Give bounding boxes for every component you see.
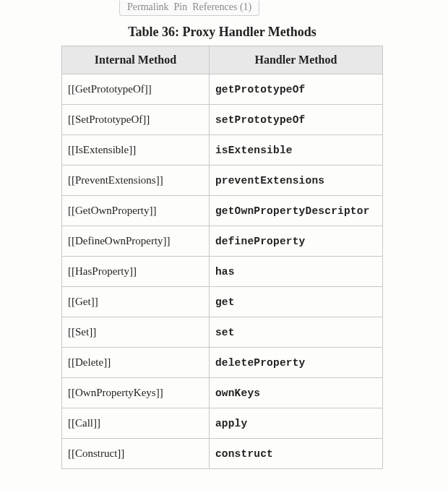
internal-method-cell: [[DefineOwnProperty]] — [62, 226, 210, 257]
table-row: [[Get]]get — [62, 287, 383, 317]
internal-method-cell: [[Delete]] — [62, 348, 210, 378]
table-row: [[Call]]apply — [62, 408, 383, 439]
header-handler-method: Handler Method — [209, 46, 382, 74]
handler-method-cell: deleteProperty — [209, 348, 382, 378]
table-row: [[Delete]]deleteProperty — [62, 348, 383, 378]
handler-method-cell: isExtensible — [209, 135, 382, 166]
internal-method-cell: [[Call]] — [62, 408, 210, 439]
table-row: [[Set]]set — [62, 317, 383, 348]
references-link[interactable]: References (1) — [191, 1, 253, 13]
handler-method-cell: construct — [209, 439, 382, 469]
handler-method-cell: has — [209, 257, 382, 287]
permalink-link[interactable]: Permalink — [126, 1, 171, 13]
pin-link[interactable]: Pin — [173, 1, 189, 13]
handler-method-cell: set — [209, 317, 382, 348]
table-row: [[PreventExtensions]]preventExtensions — [62, 166, 383, 196]
internal-method-cell: [[GetOwnProperty]] — [62, 196, 210, 226]
handler-method-cell: apply — [209, 408, 382, 439]
internal-method-cell: [[Get]] — [62, 287, 210, 317]
table-row: [[GetPrototypeOf]]getPrototypeOf — [62, 74, 383, 105]
header-internal-method: Internal Method — [62, 46, 210, 74]
internal-method-cell: [[IsExtensible]] — [62, 135, 210, 166]
internal-method-cell: [[Construct]] — [62, 439, 210, 469]
handler-method-cell: ownKeys — [209, 378, 382, 408]
handler-method-cell: defineProperty — [209, 226, 382, 257]
table-caption: Table 36: Proxy Handler Methods — [61, 25, 383, 40]
handler-method-cell: preventExtensions — [209, 166, 382, 196]
internal-method-cell: [[SetPrototypeOf]] — [62, 105, 210, 135]
internal-method-cell: [[PreventExtensions]] — [62, 166, 210, 196]
table-row: [[OwnPropertyKeys]]ownKeys — [62, 378, 383, 408]
handler-method-cell: getPrototypeOf — [209, 74, 382, 105]
handler-method-cell: setPrototypeOf — [209, 105, 382, 135]
table-row: [[Construct]]construct — [62, 439, 383, 469]
handler-method-cell: get — [209, 287, 382, 317]
table-row: [[SetPrototypeOf]]setPrototypeOf — [62, 105, 383, 135]
table-row: [[HasProperty]]has — [62, 257, 383, 287]
internal-method-cell: [[Set]] — [62, 317, 210, 348]
table-row: [[DefineOwnProperty]]defineProperty — [62, 226, 383, 257]
reference-popup: Permalink Pin References (1) — [119, 1, 259, 16]
internal-method-cell: [[OwnPropertyKeys]] — [62, 378, 210, 408]
table-row: [[GetOwnProperty]]getOwnPropertyDescript… — [62, 196, 383, 226]
table-row: [[IsExtensible]]isExtensible — [62, 135, 383, 166]
proxy-handler-methods-table: Internal Method Handler Method [[GetProt… — [61, 46, 383, 469]
internal-method-cell: [[HasProperty]] — [62, 257, 210, 287]
internal-method-cell: [[GetPrototypeOf]] — [62, 74, 210, 105]
handler-method-cell: getOwnPropertyDescriptor — [209, 196, 382, 226]
